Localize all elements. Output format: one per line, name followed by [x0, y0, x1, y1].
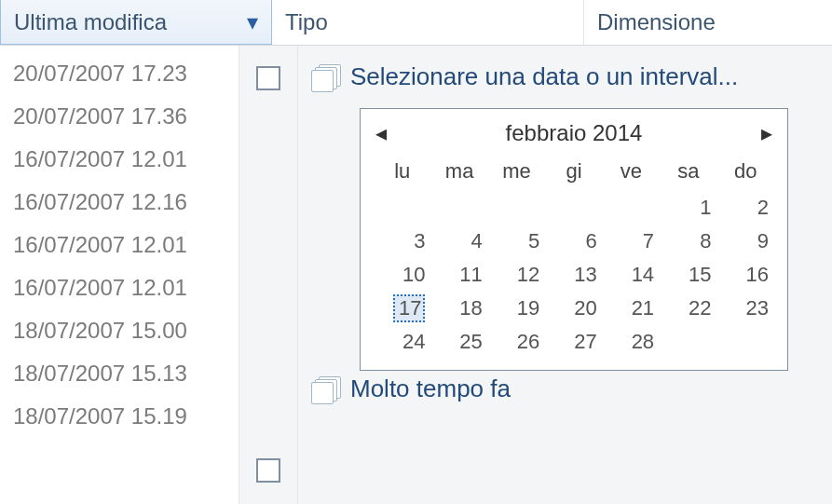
calendar-dow: sa: [660, 156, 716, 191]
calendar-next-month[interactable]: ▸: [761, 120, 772, 146]
calendar-day[interactable]: 5: [488, 225, 545, 258]
filter-option-long-ago[interactable]: Molto tempo fa: [311, 375, 815, 403]
file-date[interactable]: 18/07/2007 15.19: [13, 405, 225, 428]
header-label: Dimensione: [597, 9, 716, 35]
calendar-dow: ve: [603, 156, 660, 191]
calendar-day[interactable]: 3: [374, 225, 430, 258]
calendar-day[interactable]: 11: [430, 258, 487, 292]
calendar-day[interactable]: 10: [374, 258, 430, 292]
calendar-day[interactable]: 18: [430, 292, 487, 325]
stacked-pages-icon: [311, 376, 339, 402]
calendar-prev-month[interactable]: ◂: [375, 120, 387, 146]
calendar-day[interactable]: 8: [660, 225, 716, 258]
calendar-day[interactable]: 17: [374, 292, 430, 325]
calendar-dow: gi: [545, 156, 602, 191]
filter-checkbox-column: [239, 46, 298, 504]
calendar-day[interactable]: 6: [545, 225, 602, 258]
calendar-day: [717, 325, 774, 359]
calendar-day[interactable]: 26: [488, 325, 545, 359]
calendar-day[interactable]: 22: [660, 292, 716, 325]
calendar-grid: lumamegivesado 1234567891011121314151617…: [374, 156, 774, 359]
file-date[interactable]: 20/07/2007 17.23: [13, 62, 225, 85]
filter-option-date-range[interactable]: Selezionare una data o un interval...: [311, 62, 815, 91]
file-date[interactable]: 20/07/2007 17.36: [13, 105, 225, 128]
calendar-day[interactable]: 24: [374, 325, 430, 359]
calendar-dow: lu: [374, 156, 430, 191]
sort-dropdown-icon: ▾: [247, 9, 258, 35]
calendar-day[interactable]: 13: [545, 258, 602, 292]
file-date[interactable]: 18/07/2007 15.13: [13, 362, 225, 385]
file-date[interactable]: 16/07/2007 12.01: [13, 277, 225, 299]
calendar-day[interactable]: 19: [488, 292, 545, 325]
file-dates-column: 20/07/2007 17.23 20/07/2007 17.36 16/07/…: [0, 46, 239, 504]
header-tipo[interactable]: Tipo: [272, 0, 584, 45]
column-headers: Ultima modifica ▾ Tipo Dimensione: [0, 0, 832, 46]
calendar-day[interactable]: 2: [717, 191, 774, 225]
calendar-day[interactable]: 15: [660, 258, 716, 292]
calendar-day[interactable]: 16: [717, 258, 774, 292]
header-dimensione[interactable]: Dimensione: [584, 0, 832, 45]
file-date[interactable]: 16/07/2007 12.01: [13, 234, 225, 256]
calendar-day[interactable]: 20: [545, 292, 602, 325]
calendar-day: [603, 191, 660, 225]
calendar-day: [660, 325, 716, 359]
calendar-day[interactable]: 14: [603, 258, 660, 292]
header-label: Tipo: [285, 9, 328, 35]
calendar-day[interactable]: 23: [717, 292, 774, 325]
calendar-day[interactable]: 27: [545, 325, 602, 359]
calendar-day[interactable]: 7: [603, 225, 660, 258]
calendar-day: [430, 191, 487, 225]
calendar-day: [488, 191, 545, 225]
calendar-day: [374, 191, 430, 225]
header-label: Ultima modifica: [14, 9, 167, 35]
filter-panel: Selezionare una data o un interval... ◂ …: [298, 46, 832, 504]
header-ultima-modifica[interactable]: Ultima modifica ▾: [0, 0, 272, 45]
calendar-day[interactable]: 21: [603, 292, 660, 325]
calendar-day[interactable]: 12: [488, 258, 545, 292]
calendar-title[interactable]: febbraio 2014: [387, 120, 761, 146]
file-date[interactable]: 16/07/2007 12.01: [13, 148, 225, 170]
calendar-dow: me: [488, 156, 545, 191]
filter-checkbox-top[interactable]: [256, 66, 280, 90]
calendar-dow: ma: [430, 156, 487, 191]
calendar-day: [545, 191, 602, 225]
calendar-day[interactable]: 4: [430, 225, 487, 258]
filter-option-label: Molto tempo fa: [350, 375, 511, 403]
filter-checkbox-bottom[interactable]: [256, 458, 280, 483]
calendar-day[interactable]: 28: [603, 325, 660, 359]
stacked-pages-icon: [311, 64, 339, 90]
calendar-day[interactable]: 9: [717, 225, 774, 258]
calendar-day[interactable]: 25: [430, 325, 487, 359]
calendar-day[interactable]: 1: [660, 191, 716, 225]
filter-option-label: Selezionare una data o un interval...: [350, 62, 738, 91]
file-date[interactable]: 16/07/2007 12.16: [13, 191, 225, 213]
file-date[interactable]: 18/07/2007 15.00: [13, 320, 225, 342]
calendar-dow: do: [717, 156, 774, 191]
date-filter-calendar: ◂ febbraio 2014 ▸ lumamegivesado 1234567…: [360, 108, 788, 371]
